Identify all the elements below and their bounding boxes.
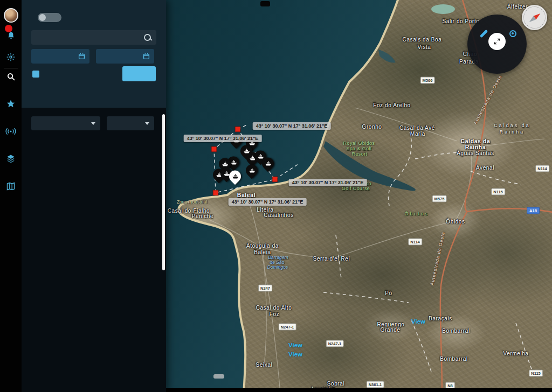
map-place-label: Atouguia da (246, 243, 279, 249)
auto-refresh-checkbox[interactable] (32, 71, 39, 78)
map-place-label: Peniche (192, 213, 213, 219)
map-place-label: N115 (491, 188, 505, 195)
map-place-label: Bombarral (440, 356, 468, 362)
map-place-label: M575 (432, 195, 447, 202)
vessel-map-pin[interactable] (262, 158, 274, 170)
map-place-label: Baleal (237, 192, 256, 198)
map-place-label: Serra d'el Rei (313, 256, 350, 262)
map-place-label: Rainha (500, 129, 525, 135)
map-place-label: Casal do Alto (256, 305, 292, 311)
map-place-label: Vista (417, 44, 431, 50)
map-place-label: N247-1 (326, 340, 344, 347)
map-place-label: View (288, 351, 302, 358)
map-place-label: Golf Course (342, 186, 370, 191)
target-record-icon[interactable] (509, 30, 516, 37)
map-place-label: Zona Industrial (177, 199, 207, 205)
map-place-label: N114 (535, 165, 549, 172)
sidebar-item-live[interactable] (0, 127, 22, 137)
map-place-label: Baleia (254, 249, 271, 255)
search-form-section (22, 0, 166, 108)
map-place-label: Águas Santas (457, 150, 494, 156)
notifications-bell-icon[interactable] (6, 31, 16, 40)
expand-tool-button[interactable] (488, 33, 506, 50)
map-place-label: Baraçais (429, 316, 452, 321)
search-field-wrap (31, 30, 156, 45)
map-place-label: Salir do Porto (443, 18, 480, 24)
map-place-label: A15 (527, 207, 540, 214)
map-place-label: N115 (529, 370, 543, 377)
rail-divider (4, 68, 18, 68)
sidebar-item-layers[interactable] (0, 154, 22, 165)
sidebar-item-explorer[interactable] (0, 72, 22, 83)
user-avatar[interactable] (4, 8, 18, 23)
vessel-map-pin[interactable] (229, 171, 241, 183)
ship-icon (265, 160, 272, 167)
list-scrollbar[interactable] (162, 114, 165, 270)
explorer-search-icon (6, 72, 16, 81)
map-place-label: View (288, 342, 302, 348)
map-place-label: Vermelha (503, 351, 528, 356)
map-place-label: Rainha (465, 144, 486, 150)
map-place-label: View (411, 318, 425, 325)
map-place-label: N361-1 (367, 381, 384, 388)
results-section (22, 108, 166, 392)
compass-rose[interactable] (522, 5, 547, 30)
map-place-label: Foz do Arelho (373, 102, 411, 108)
search-input[interactable] (31, 34, 143, 40)
map-place-label: Casal da Avé (399, 125, 435, 131)
inlet-shape (378, 50, 396, 62)
notification-count-badge (5, 25, 12, 32)
coordinate-label: 43° 10' 30.07" N 17° 31.06' 21"E (289, 179, 367, 186)
map-place-label: Maria (410, 131, 425, 137)
people-filter-dropdown[interactable] (31, 116, 100, 130)
map-place-label: N114 (408, 239, 422, 246)
map-place-label: Óbidos (446, 219, 465, 225)
map-place-label: Domingos (267, 264, 288, 270)
search-icon[interactable] (143, 33, 152, 42)
chevron-down-icon (145, 122, 149, 125)
map-place-label: Resort (352, 151, 368, 157)
search-button[interactable] (122, 66, 156, 81)
map-place-label: Casais da Boa (403, 37, 442, 43)
map-place-label: Spa & Golf (346, 146, 372, 151)
toggle-knob (39, 14, 46, 21)
geofence-vertex-handle[interactable] (273, 177, 278, 182)
ship-icon (232, 173, 239, 180)
lake-shape (431, 4, 455, 14)
map-place-label: Royal Óbidos (343, 141, 375, 146)
map-place-label: Gronho (362, 124, 382, 130)
map-place-label: N247-1 (279, 324, 296, 331)
nav-rail (0, 0, 22, 392)
vessel-map-pin[interactable] (246, 165, 258, 177)
settings-gear-icon[interactable] (6, 53, 15, 61)
map-tools-widget (467, 15, 527, 74)
map-place-label: Avenal (476, 165, 494, 171)
edit-area-toggle[interactable] (38, 13, 61, 22)
sidebar-item-favorites[interactable] (0, 99, 22, 110)
draw-pencil-icon[interactable] (480, 30, 488, 38)
sidebar-item-map-type[interactable] (0, 182, 22, 192)
vessel-list (22, 136, 166, 392)
date-to-button[interactable] (96, 49, 154, 64)
map-place-label: N247 (258, 285, 272, 292)
ship-icon (249, 167, 256, 174)
map-place-label: M566 (420, 77, 435, 84)
geofence-vertex-handle[interactable] (213, 191, 218, 195)
geofence-vertex-handle[interactable] (236, 127, 240, 132)
app-window: { "app": { "explorer_badge": "Explorer",… (0, 0, 552, 392)
geofence-vertex-handle[interactable] (212, 147, 217, 152)
type-filter-dropdown[interactable] (107, 116, 154, 130)
result-tabs (31, 93, 52, 97)
star-icon (6, 99, 16, 108)
explorer-search-panel (22, 0, 166, 392)
map-place-label: Óbidos (404, 211, 429, 216)
map-place-label: Seixal (256, 362, 273, 368)
map-place-label: Foz (270, 311, 279, 317)
ship-icon (230, 159, 237, 166)
coordinate-label: 43° 10' 30.07" N 17° 31.06' 21"E (253, 122, 331, 130)
date-from-button[interactable] (31, 49, 89, 64)
calendar-icon (143, 53, 150, 60)
layers-icon (6, 154, 16, 164)
coordinate-label: 43° 10' 30.07" N 17° 31.06' 21"E (229, 198, 307, 206)
map-place-label: Bombarral (442, 328, 470, 334)
